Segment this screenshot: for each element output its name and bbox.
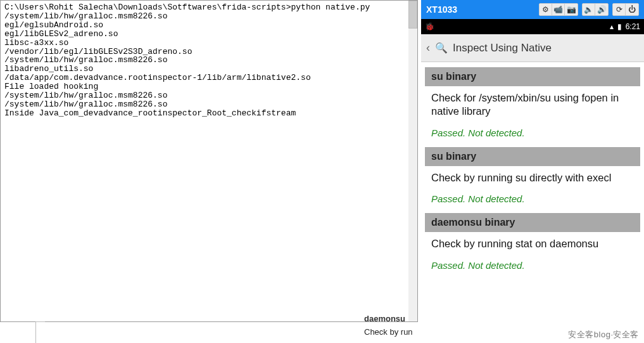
device-name: XT1033 <box>426 4 536 15</box>
watermark-text: 安全客blog·安全客 <box>568 329 639 340</box>
android-status-bar: 🐞 ▴ ▮ 6:21 <box>421 19 644 34</box>
item-description: Check by running stat on daemonsu <box>425 232 640 254</box>
terminal-prompt: C:\Users\Rohit Salecha\Downloads\Sotftwa… <box>4 3 291 12</box>
terminal-line: egl/libGLESv2_adreno.so <box>4 29 118 39</box>
item-header: su binary <box>425 67 640 86</box>
terminal-line: /system/lib/hw/gralloc.msm8226.so <box>4 55 167 65</box>
inspection-list[interactable]: su binary Check for /system/xbin/su usin… <box>421 62 644 280</box>
list-item[interactable]: daemonsu binary Check by running stat on… <box>425 213 640 273</box>
signal-icon: ▴ <box>610 22 614 31</box>
gear-icon[interactable]: ⚙ <box>540 4 552 15</box>
status-time: 6:21 <box>626 22 640 31</box>
terminal-scrollbar[interactable] <box>408 1 417 321</box>
item-header: su binary <box>425 147 640 166</box>
volume-down-icon[interactable]: 🔈 <box>583 4 595 15</box>
decoration-line <box>35 321 45 343</box>
terminal-line: /system/lib/hw/gralloc.msm8226.so <box>4 100 167 109</box>
terminal-line: /vendor/lib/egl/libGLESv2S3D_adreno.so <box>4 47 192 56</box>
item-status: Passed. Not detected. <box>425 188 640 207</box>
rotate-icon[interactable]: ⟳ <box>613 4 626 15</box>
terminal-line: /system/lib/hw/gralloc.msm8226.so <box>4 91 167 100</box>
app-bar: ‹ 🔍 Inspect Using Native <box>421 34 644 62</box>
emulator-toolbar: XT1033 ⚙ 📹 📷 🔈 🔊 ⟳ ⏻ <box>421 0 644 19</box>
emulator-buttons: ⚙ 📹 📷 🔈 🔊 ⟳ ⏻ <box>539 3 639 16</box>
volume-up-icon[interactable]: 🔊 <box>595 4 608 15</box>
terminal-content[interactable]: C:\Users\Rohit Salecha\Downloads\Sotftwa… <box>1 1 417 321</box>
list-item[interactable]: su binary Check by running su directly w… <box>425 147 640 207</box>
video-icon[interactable]: 📹 <box>552 4 565 15</box>
peek-content: daemonsu Check by run <box>364 314 421 337</box>
item-header: daemonsu binary <box>425 213 640 232</box>
list-item[interactable]: su binary Check for /system/xbin/su usin… <box>425 67 640 141</box>
item-description: Check by running su directly with execl <box>425 166 640 188</box>
peek-header: daemonsu <box>364 314 421 323</box>
app-title: Inspect Using Native <box>453 42 552 55</box>
camera-icon[interactable]: 📷 <box>565 4 578 15</box>
debug-icon: 🐞 <box>425 22 434 31</box>
peek-desc: Check by run <box>364 323 421 337</box>
terminal-line: Inside Java_com_devadvance_rootinspector… <box>4 108 296 118</box>
search-icon[interactable]: 🔍 <box>435 42 448 54</box>
battery-icon: ▮ <box>617 22 622 31</box>
scroll-thumb[interactable] <box>408 1 417 29</box>
power-icon[interactable]: ⏻ <box>626 4 638 15</box>
item-status: Passed. Not detected. <box>425 122 640 141</box>
terminal-command: python native.py <box>291 3 370 12</box>
terminal-line: libsc-a3xx.so <box>4 38 68 48</box>
terminal-window: C:\Users\Rohit Salecha\Downloads\Sotftwa… <box>0 0 418 322</box>
item-description: Check for /system/xbin/su using fopen in… <box>425 86 640 122</box>
terminal-line: libadreno_utils.so <box>4 64 93 74</box>
back-icon[interactable]: ‹ <box>426 41 430 55</box>
terminal-line: File loaded hooking <box>4 82 98 91</box>
terminal-line: /system/lib/hw/gralloc.msm8226.so <box>4 11 167 21</box>
device-frame: XT1033 ⚙ 📹 📷 🔈 🔊 ⟳ ⏻ 🐞 ▴ ▮ 6:21 ‹ 🔍 Insp… <box>421 0 644 343</box>
terminal-line: /data/app/com.devadvance.rootinspector-1… <box>4 73 311 82</box>
item-status: Passed. Not detected. <box>425 255 640 273</box>
terminal-line: egl/eglsubAndroid.so <box>4 20 103 30</box>
